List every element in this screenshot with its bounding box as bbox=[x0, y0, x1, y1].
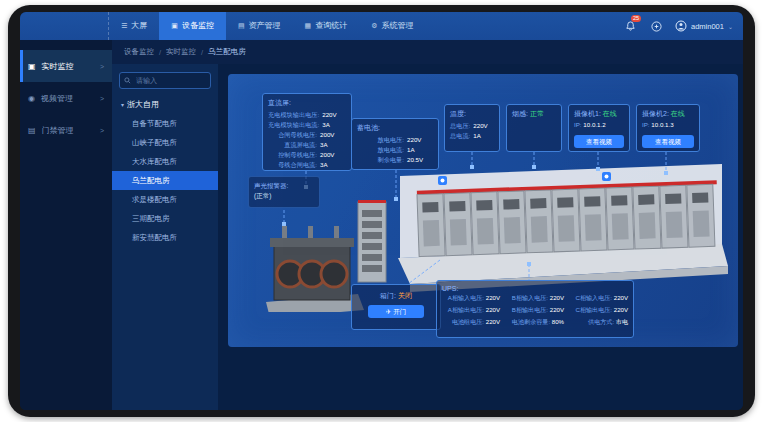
ups-metric: B相输出电压: 220V bbox=[506, 306, 564, 315]
tab-device-monitoring[interactable]: ▣ 设备监控 bbox=[159, 12, 226, 40]
tree-item[interactable]: 大水库配电所 bbox=[112, 152, 218, 171]
metric-label: 总电压: bbox=[450, 121, 470, 131]
breadcrumb-item-current: 乌兰配电房 bbox=[208, 47, 246, 57]
dc-panel-title: 直流屏: bbox=[268, 98, 346, 108]
metric-label: 放电电压: bbox=[357, 135, 404, 145]
camera2-status: 在线 bbox=[671, 110, 685, 117]
notification-badge: 25 bbox=[631, 15, 641, 22]
metric-label: 充电模块输出电流: bbox=[268, 120, 319, 130]
metric-value: 220V bbox=[322, 110, 346, 120]
sidebar-item-label: 门禁管理 bbox=[42, 125, 74, 136]
sidebar-item-access-control[interactable]: ▤ 门禁管理 > bbox=[20, 114, 112, 146]
equipment-pin[interactable] bbox=[438, 176, 447, 185]
equipment-pin[interactable] bbox=[602, 172, 611, 181]
chevron-down-icon: ⌄ bbox=[728, 23, 733, 30]
asset-icon: ▤ bbox=[238, 12, 245, 40]
metric-label: 控制母线电压: bbox=[268, 150, 317, 160]
chevron-right-icon: > bbox=[100, 95, 104, 102]
search-input[interactable] bbox=[134, 76, 206, 85]
metric-value: 200V bbox=[320, 130, 346, 140]
metric-value: 1A bbox=[473, 131, 494, 141]
breadcrumb: 设备监控 / 实时监控 / 乌兰配电房 bbox=[112, 40, 743, 64]
nav-tabs: ☰ 大屏 ▣ 设备监控 ▤ 资产管理 ▦ 查询统计 ⚙ 系统管理 bbox=[109, 12, 425, 40]
breadcrumb-separator: / bbox=[159, 48, 161, 57]
ups-metric: 供电方式: 市电 bbox=[570, 318, 628, 327]
tab-asset-management[interactable]: ▤ 资产管理 bbox=[226, 12, 293, 40]
notification-bell-button[interactable]: 25 bbox=[623, 19, 637, 33]
smoke-sensor-panel: 烟感: 正常 bbox=[506, 104, 562, 152]
ups-panel-title: UPS: bbox=[442, 285, 628, 292]
avatar-icon bbox=[675, 20, 687, 32]
bell-icon bbox=[625, 21, 636, 32]
user-menu[interactable]: admin001 ⌄ bbox=[675, 20, 733, 32]
cabinet-door-panel: 箱门: 关闭 ✈ 开门 bbox=[351, 284, 441, 330]
alarm-value: (正常) bbox=[254, 191, 314, 201]
ups-metric: C相输入电压: 220V bbox=[570, 294, 628, 303]
view-video-button[interactable]: 查看视频 bbox=[574, 135, 624, 148]
ups-panel: UPS: A相输入电压: 220V B相输入电压: 220V C相输入电压: 2… bbox=[436, 280, 634, 338]
camera1-panel: 摄像机1: 在线 IP: 10.0.1.2 查看视频 bbox=[568, 104, 630, 152]
chevron-right-icon: > bbox=[100, 127, 104, 134]
sidebar: ▣ 实时监控 > ◉ 视频管理 > ▤ 门禁管理 > bbox=[20, 40, 112, 410]
ups-metric: A相输出电压: 220V bbox=[442, 306, 500, 315]
tree-item[interactable]: 自备节配电所 bbox=[112, 114, 218, 133]
camera2-panel: 摄像机2: 在线 IP: 10.0.1.3 查看视频 bbox=[636, 104, 700, 152]
metric-value: 200V bbox=[320, 150, 346, 160]
battery-panel-title: 蓄电池: bbox=[357, 123, 433, 133]
sidebar-item-label: 实时监控 bbox=[42, 61, 74, 72]
sidebar-item-video-management[interactable]: ◉ 视频管理 > bbox=[20, 82, 112, 114]
search-icon bbox=[124, 77, 131, 84]
header-actions: 25 admin001 ⌄ bbox=[623, 12, 733, 40]
battery-cabinet bbox=[358, 200, 386, 282]
monitor-icon: ▣ bbox=[28, 62, 36, 71]
sidebar-item-realtime-monitoring[interactable]: ▣ 实时监控 > bbox=[20, 50, 112, 82]
tree-item[interactable]: 山峡子配电所 bbox=[112, 133, 218, 152]
ups-metric: A相输入电压: 220V bbox=[442, 294, 500, 303]
tree-root-node[interactable]: ▾ 浙大自用 bbox=[112, 95, 218, 114]
breadcrumb-item[interactable]: 实时监控 bbox=[166, 47, 196, 57]
door-label: 箱门: 关闭 bbox=[357, 291, 435, 301]
tree-item[interactable]: 新安慧配电所 bbox=[112, 228, 218, 247]
tab-system-management[interactable]: ⚙ 系统管理 bbox=[359, 12, 425, 40]
dashboard-icon: ☰ bbox=[121, 12, 127, 40]
metric-value: 20.5V bbox=[407, 155, 433, 165]
camera1-title: 摄像机1: 在线 bbox=[574, 109, 624, 119]
tree-item[interactable]: 求是楼配电所 bbox=[112, 190, 218, 209]
camera1-ip: IP: 10.0.1.2 bbox=[574, 121, 624, 128]
tree-root-label: 浙大自用 bbox=[127, 99, 159, 110]
app-window: ☰ 大屏 ▣ 设备监控 ▤ 资产管理 ▦ 查询统计 ⚙ 系统管理 bbox=[20, 12, 743, 410]
fullscreen-button[interactable] bbox=[649, 19, 663, 33]
view-video-button[interactable]: 查看视频 bbox=[642, 135, 694, 148]
camera2-ip: IP: 10.0.1.3 bbox=[642, 121, 694, 128]
tree-item-selected[interactable]: 乌兰配电房 bbox=[112, 171, 218, 190]
battery-panel: 蓄电池: 放电电压:220V 放电电流:1A 剩余电量:20.5V bbox=[351, 118, 439, 170]
tab-label: 大屏 bbox=[131, 12, 147, 40]
sound-light-alarm-panel: 声光报警器: (正常) bbox=[248, 176, 320, 208]
chevron-right-icon: > bbox=[100, 63, 104, 70]
breadcrumb-separator: / bbox=[201, 48, 203, 57]
metric-value: 1A bbox=[407, 145, 433, 155]
station-tree-panel: ▾ 浙大自用 自备节配电所 山峡子配电所 大水库配电所 乌兰配电房 求是楼配电所… bbox=[112, 64, 220, 410]
open-door-icon: ✈ bbox=[386, 308, 391, 315]
ups-metric: 电池剩余容量: 80% bbox=[506, 318, 564, 327]
metric-label: 合闸母线电压: bbox=[268, 130, 317, 140]
video-camera-icon: ◉ bbox=[28, 94, 35, 103]
camera1-status: 在线 bbox=[603, 110, 617, 117]
metric-label: 剩余电量: bbox=[357, 155, 404, 165]
breadcrumb-item[interactable]: 设备监控 bbox=[124, 47, 154, 57]
tree-item[interactable]: 三期配电房 bbox=[112, 209, 218, 228]
tab-dashboard[interactable]: ☰ 大屏 bbox=[109, 12, 159, 40]
ups-metric: B相输入电压: 220V bbox=[506, 294, 564, 303]
fullscreen-icon bbox=[651, 21, 662, 32]
metric-label: 充电模块输出电压: bbox=[268, 110, 319, 120]
tab-query-statistics[interactable]: ▦ 查询统计 bbox=[293, 12, 360, 40]
tab-label: 设备监控 bbox=[182, 12, 214, 40]
app-logo bbox=[20, 12, 109, 40]
statistics-icon: ▦ bbox=[305, 12, 312, 40]
door-status: 关闭 bbox=[398, 292, 412, 299]
smoke-status: 正常 bbox=[530, 110, 544, 117]
metric-value: 220V bbox=[407, 135, 433, 145]
username: admin001 bbox=[691, 22, 724, 31]
open-door-button[interactable]: ✈ 开门 bbox=[368, 305, 424, 318]
metric-label: 放电电流: bbox=[357, 145, 404, 155]
